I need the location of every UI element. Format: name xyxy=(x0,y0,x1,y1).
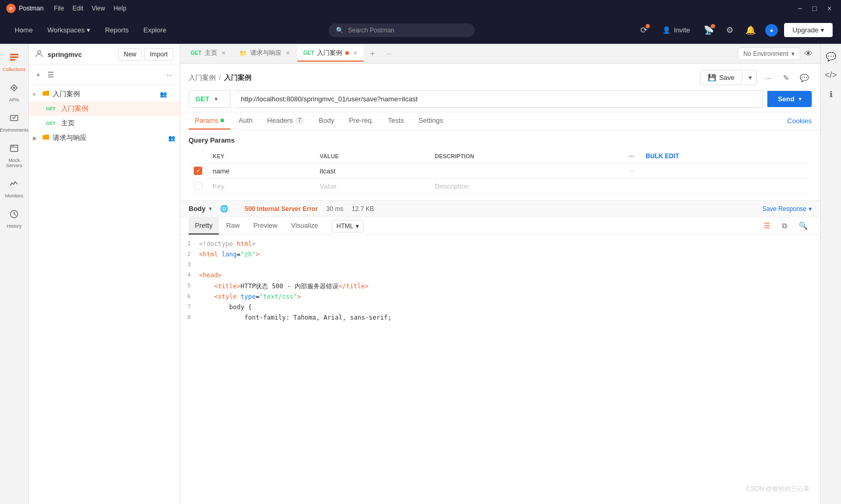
bell-btn[interactable]: 🔔 xyxy=(742,22,759,39)
tab-close-home[interactable]: ✕ xyxy=(221,50,226,56)
mock-servers-label: Mock Servers xyxy=(4,158,25,168)
menu-file[interactable]: File xyxy=(54,5,64,12)
comment-btn[interactable]: 💬 xyxy=(797,71,812,85)
sidebar-item-history[interactable]: History xyxy=(2,205,27,233)
nav-reports[interactable]: Reports xyxy=(99,23,135,37)
tab-headers[interactable]: Headers 7 xyxy=(261,112,311,130)
apis-icon xyxy=(9,83,19,96)
sidebar-item-environments[interactable]: Environments xyxy=(2,109,27,137)
sidebar-item-mock-servers[interactable]: Mock Servers xyxy=(2,139,27,172)
tab-close-req[interactable]: ✕ xyxy=(286,50,290,56)
eye-btn[interactable]: 👁 xyxy=(801,46,816,62)
col-value-header: VALUE xyxy=(314,149,429,163)
bulk-edit-btn[interactable]: Bulk Edit xyxy=(646,153,679,160)
collection-req-resp[interactable]: ▶ 请求与响应 👥 xyxy=(29,131,180,145)
info-sidebar-btn[interactable]: ℹ xyxy=(823,86,839,102)
save-area: 💾 Save ▾ xyxy=(700,70,757,85)
avatar-btn[interactable]: ● xyxy=(763,22,780,39)
copy-response-btn[interactable]: ⧉ xyxy=(778,219,791,232)
new-btn[interactable]: New xyxy=(118,48,142,61)
environment-selector[interactable]: No Environment ▾ xyxy=(738,48,800,60)
format-select[interactable]: HTML ▾ xyxy=(332,220,364,232)
upgrade-btn[interactable]: Upgrade ▾ xyxy=(784,23,833,37)
param-description[interactable] xyxy=(430,163,624,179)
code-sidebar-btn[interactable]: </> xyxy=(823,67,839,84)
param-value[interactable]: itcast xyxy=(314,163,429,179)
tab-req-resp[interactable]: 📁 请求与响应 ✕ xyxy=(233,45,296,62)
search-bar[interactable]: 🔍 Search Postman xyxy=(329,24,475,37)
tab-tests[interactable]: Tests xyxy=(382,112,410,130)
notifications-btn[interactable]: 📡 xyxy=(700,22,717,39)
empty-description[interactable]: Description xyxy=(430,179,624,194)
cookies-link[interactable]: Cookies xyxy=(787,113,812,129)
menu-edit[interactable]: Edit xyxy=(73,5,84,12)
apis-label: APIs xyxy=(9,97,19,102)
search-response-btn[interactable]: 🔍 xyxy=(795,219,812,232)
param-more-btn[interactable]: ··· xyxy=(624,163,640,179)
sidebar-item-collections[interactable]: Collections xyxy=(2,48,27,76)
close-btn[interactable]: × xyxy=(824,3,835,14)
tab-close-intro[interactable]: ✕ xyxy=(353,50,357,56)
nav-workspaces[interactable]: Workspaces ▾ xyxy=(41,23,97,37)
save-dropdown-btn[interactable]: ▾ xyxy=(744,70,757,85)
tab-params[interactable]: Params xyxy=(189,112,230,130)
comment-sidebar-btn[interactable]: 💬 xyxy=(823,48,839,65)
send-btn[interactable]: Send ▾ xyxy=(767,91,812,107)
nav-explore[interactable]: Explore xyxy=(137,23,173,37)
add-tab-btn[interactable]: + xyxy=(365,46,380,62)
sort-collections-btn[interactable]: ☰ xyxy=(45,68,56,81)
response-tab-preview[interactable]: Preview xyxy=(247,217,284,235)
collection-intro[interactable]: ▾ 入门案例 👥 ··· xyxy=(29,87,180,101)
tree-item-intro-api-label: 入门案例 xyxy=(61,104,176,113)
params-active-dot xyxy=(220,119,224,122)
menu-help[interactable]: Help xyxy=(113,5,126,12)
tree-item-home-api[interactable]: GET 主页 xyxy=(29,116,180,131)
folder-tab-icon: 📁 xyxy=(239,50,247,57)
team-icon-req: 👥 xyxy=(168,135,176,142)
wrap-lines-btn[interactable]: ☰ xyxy=(760,219,775,232)
tab-pre-req[interactable]: Pre-req. xyxy=(343,112,380,130)
empty-value[interactable]: Value xyxy=(314,179,429,194)
tree-item-intro-api[interactable]: GET 入门案例 xyxy=(29,101,180,116)
app-logo: P Postman xyxy=(6,4,43,13)
tab-body[interactable]: Body xyxy=(312,112,341,130)
request-more-btn[interactable]: ··· xyxy=(761,71,776,85)
settings-btn[interactable]: ⚙ xyxy=(721,22,738,39)
add-collection-btn[interactable]: + xyxy=(34,68,42,81)
menu-view[interactable]: View xyxy=(91,5,105,12)
sidebar-item-apis[interactable]: APIs xyxy=(2,78,27,107)
empty-checkbox[interactable] xyxy=(194,182,202,190)
svg-text:P: P xyxy=(9,6,13,11)
nav-home[interactable]: Home xyxy=(8,23,39,37)
url-input[interactable] xyxy=(235,90,763,108)
response-header: Body ▾ 🌐 500 Internal Server Error 30 ms… xyxy=(180,201,820,217)
response-tab-raw[interactable]: Raw xyxy=(220,217,246,235)
sidebar-item-monitors[interactable]: Monitors xyxy=(2,174,27,203)
tab-get-intro[interactable]: GET 入门案例 ✕ xyxy=(297,45,364,62)
tree-item-home-api-label: 主页 xyxy=(61,119,176,128)
method-select[interactable]: GET ▾ xyxy=(189,90,230,108)
response-tab-visualize[interactable]: Visualize xyxy=(285,217,324,235)
save-btn[interactable]: 💾 Save xyxy=(700,70,743,85)
tab-auth[interactable]: Auth xyxy=(232,112,259,130)
monitors-icon xyxy=(9,179,19,192)
minimize-btn[interactable]: − xyxy=(795,3,805,14)
breadcrumb-parent[interactable]: 入门案例 xyxy=(189,73,216,83)
collections-more-btn[interactable]: ··· xyxy=(164,68,174,81)
param-key[interactable]: name xyxy=(207,163,314,179)
edit-btn[interactable]: ✎ xyxy=(780,71,792,85)
save-response-btn[interactable]: Save Response ▾ xyxy=(762,205,812,213)
empty-key[interactable]: Key xyxy=(207,179,314,194)
maximize-btn[interactable]: □ xyxy=(809,3,820,14)
import-btn[interactable]: Import xyxy=(144,48,173,61)
tab-settings[interactable]: Settings xyxy=(412,112,449,130)
sync-btn[interactable]: ⟳ xyxy=(635,22,652,39)
param-checkbox[interactable]: ✓ xyxy=(194,167,202,175)
col-checkbox xyxy=(189,149,207,163)
request-area: 入门案例 / 入门案例 💾 Save ▾ ··· ✎ 💬 xyxy=(180,64,820,112)
tabs-overflow-btn[interactable]: ··· xyxy=(381,47,396,61)
tab-get-home[interactable]: GET 主页 ✕ xyxy=(184,45,232,62)
response-tab-pretty[interactable]: Pretty xyxy=(189,217,219,235)
invite-btn[interactable]: 👤 Invite xyxy=(656,23,696,37)
code-icon: </> xyxy=(825,71,837,80)
